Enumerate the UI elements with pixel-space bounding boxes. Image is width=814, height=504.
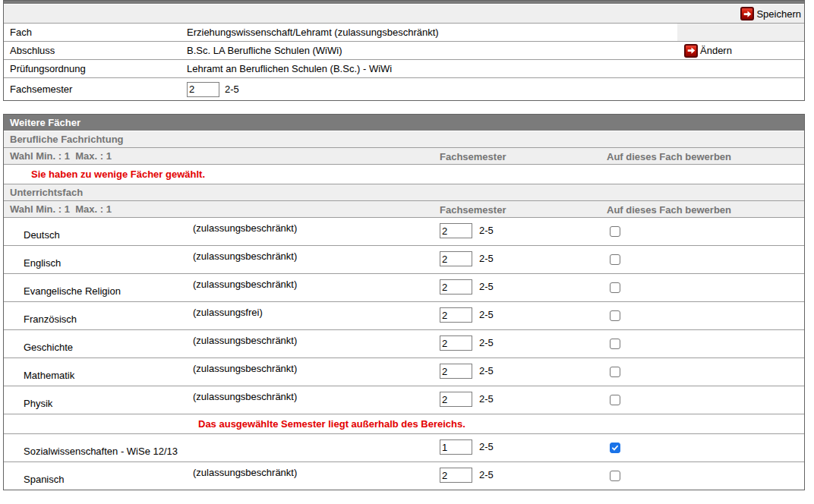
choice-constraint: Wahl Min. : 1 Max. : 1 (10, 150, 112, 162)
apply-checkbox[interactable] (610, 443, 620, 453)
semester-input[interactable] (440, 223, 472, 238)
semester-range: 2-5 (479, 281, 494, 292)
save-row: Speichern (4, 4, 804, 23)
semester-input[interactable] (440, 279, 472, 295)
subject-name: Spanisch (24, 474, 64, 485)
semester-range: 2-5 (479, 337, 494, 348)
semester-range: 2-5 (479, 309, 494, 320)
subject-row: Geschichte(zulassungsbeschränkt)2-5 (4, 329, 804, 358)
semester-range: 2-5 (479, 469, 494, 480)
semester-range: 2-5 (479, 393, 494, 405)
fach-value: Erziehungswissenschaft/Lehramt (zulassun… (187, 27, 677, 38)
fachsemester-label: Fachsemester (4, 83, 187, 95)
section-heading: Unterrichtsfach (10, 187, 83, 198)
abschluss-label: Abschluss (4, 45, 187, 56)
semester-range: 2-5 (479, 253, 494, 264)
semester-range: 2-5 (479, 441, 494, 452)
semester-range: 2-5 (479, 365, 494, 376)
section-heading-row: Berufliche Fachrichtung (4, 131, 804, 147)
pruefungsordnung-row: Prüfungsordnung Lehramt an Beruflichen S… (4, 59, 804, 77)
apply-checkbox[interactable] (610, 226, 620, 237)
save-button[interactable]: Speichern (740, 7, 801, 20)
pruefungsordnung-value: Lehramt an Beruflichen Schulen (B.Sc.) -… (187, 63, 804, 74)
error-row: Sie haben zu wenige Fächer gewählt. (4, 164, 804, 184)
subject-row: Sozialwissenschaften - WiSe 12/132-5 (4, 433, 804, 461)
subject-row: Spanisch(zulassungsbeschränkt)2-5 (4, 461, 804, 490)
apply-checkbox[interactable] (610, 471, 620, 481)
fach-row: Fach Erziehungswissenschaft/Lehramt (zul… (4, 23, 804, 41)
error-row: Das ausgewählte Semester liegt außerhalb… (4, 414, 804, 433)
semester-input[interactable] (440, 251, 472, 266)
error-message: Sie haben zu wenige Fächer gewählt. (4, 169, 205, 180)
subject-name: Sozialwissenschaften - WiSe 12/13 (24, 446, 178, 457)
fachsemester-range: 2-5 (225, 83, 239, 95)
subject-row: Physik(zulassungsbeschränkt)2-5 (4, 386, 804, 414)
subject-name: Mathematik (24, 370, 74, 381)
admission-status: (zulassungsbeschränkt) (193, 335, 297, 346)
change-button-label: Ändern (700, 45, 732, 56)
semester-input[interactable] (440, 307, 472, 323)
application-form-page: Speichern Fach Erziehungswissenschaft/Le… (0, 0, 814, 504)
fach-row-spacer (677, 24, 804, 41)
subject-name: Evangelische Religion (24, 285, 121, 297)
apply-checkbox[interactable] (610, 310, 620, 321)
choice-constraint: Wahl Min. : 1 Max. : 1 (10, 203, 112, 215)
admission-status: (zulassungsbeschränkt) (193, 250, 297, 262)
apply-checkbox[interactable] (610, 282, 620, 293)
admission-status: (zulassungsbeschränkt) (193, 222, 297, 234)
subject-row: Französisch(zulassungsfrei)2-5 (4, 301, 804, 329)
abschluss-action-cell: Ändern (677, 42, 804, 59)
table-title: Weitere Fächer (10, 117, 80, 128)
column-header-row: Wahl Min. : 1 Max. : 1FachsemesterAuf di… (4, 200, 804, 217)
semester-range: 2-5 (479, 225, 494, 236)
fachsemester-row: Fachsemester 2-5 (4, 77, 804, 100)
subject-row: Evangelische Religion(zulassungsbeschrän… (4, 273, 804, 301)
subject-name: Englisch (24, 257, 61, 269)
fach-label: Fach (4, 27, 187, 38)
admission-status: (zulassungsfrei) (193, 307, 263, 318)
semester-column-header: Fachsemester (440, 150, 506, 162)
subject-name: Deutsch (24, 229, 60, 241)
fachsemester-input[interactable] (187, 82, 219, 97)
error-message: Das ausgewählte Semester liegt außerhalb… (4, 418, 465, 430)
apply-column-header: Auf dieses Fach bewerben (607, 203, 731, 215)
apply-checkbox[interactable] (610, 339, 620, 349)
red-arrow-right-icon (740, 7, 754, 20)
semester-column-header: Fachsemester (440, 203, 506, 215)
abschluss-row: Abschluss B.Sc. LA Berufliche Schulen (W… (4, 41, 804, 59)
semester-input[interactable] (440, 335, 472, 351)
admission-status: (zulassungsbeschränkt) (193, 363, 297, 374)
subject-row: Englisch(zulassungsbeschränkt)2-5 (4, 245, 804, 273)
apply-checkbox[interactable] (610, 367, 620, 377)
column-header-row: Wahl Min. : 1 Max. : 1FachsemesterAuf di… (4, 147, 804, 164)
subject-name: Physik (24, 398, 52, 409)
semester-input[interactable] (440, 364, 472, 379)
red-arrow-right-icon (684, 44, 698, 58)
weitere-faecher-table: Weitere FächerBerufliche FachrichtungWah… (3, 114, 805, 490)
section-heading-row: Unterrichtsfach (4, 184, 804, 200)
semester-input[interactable] (440, 392, 472, 407)
admission-status: (zulassungsbeschränkt) (193, 467, 297, 478)
subject-row: Deutsch(zulassungsbeschränkt)2-5 (4, 217, 804, 245)
section-heading: Berufliche Fachrichtung (10, 134, 124, 145)
subject-row: Mathematik(zulassungsbeschränkt)2-5 (4, 358, 804, 386)
course-info-table: Speichern Fach Erziehungswissenschaft/Le… (3, 0, 805, 101)
semester-input[interactable] (440, 468, 472, 483)
admission-status: (zulassungsbeschränkt) (193, 391, 297, 402)
pruefungsordnung-label: Prüfungsordnung (4, 63, 187, 74)
apply-column-header: Auf dieses Fach bewerben (607, 150, 731, 162)
save-button-label: Speichern (756, 8, 801, 20)
subject-name: Geschichte (24, 342, 73, 353)
admission-status: (zulassungsbeschränkt) (193, 279, 297, 290)
table-title-row: Weitere Fächer (4, 115, 804, 131)
weitere-faecher-rows: Weitere FächerBerufliche FachrichtungWah… (4, 115, 804, 490)
apply-checkbox[interactable] (610, 254, 620, 265)
semester-input[interactable] (440, 439, 472, 455)
abschluss-value: B.Sc. LA Berufliche Schulen (WiWi) (187, 45, 677, 56)
white-checkmark-icon (611, 444, 619, 452)
apply-checkbox[interactable] (610, 395, 620, 405)
subject-name: Französisch (24, 313, 77, 325)
change-button[interactable]: Ändern (684, 44, 732, 58)
